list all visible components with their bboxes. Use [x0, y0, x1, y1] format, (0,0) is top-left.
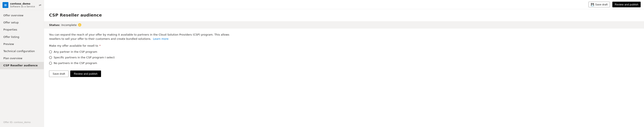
sidebar-item-properties[interactable]: Properties — [0, 26, 44, 33]
topbar-save-draft-button[interactable]: 💾 Save draft — [588, 2, 610, 7]
sidebar-item-preview[interactable]: Preview — [0, 41, 44, 48]
review-publish-button[interactable]: Review and publish — [70, 71, 101, 77]
save-draft-button[interactable]: Save draft — [49, 71, 68, 77]
topbar-review-publish-button[interactable]: Review and publish — [612, 2, 641, 7]
content-area: CSP Reseller audience Status: Incomplete… — [44, 9, 644, 127]
description-text: You can expand the reach of your offer b… — [49, 33, 238, 41]
field-label: Make my offer available for resell to * — [49, 44, 639, 47]
required-indicator: * — [98, 44, 100, 47]
topbar: 💾 Save draft Review and publish — [44, 0, 644, 9]
sidebar-item-plan-overview[interactable]: Plan overview — [0, 55, 44, 62]
sidebar: ⊞ contoso_demo Software as a Service ⇌ O… — [0, 0, 44, 127]
radio-label-any-partner: Any partner in the CSP program — [54, 50, 97, 53]
app-logo: ⊞ — [2, 2, 8, 8]
topbar-review-publish-label: Review and publish — [615, 3, 638, 6]
radio-option-no-partners[interactable]: No partners in the CSP program — [49, 62, 639, 65]
save-draft-icon: 💾 — [591, 3, 594, 6]
radio-option-any-partner[interactable]: Any partner in the CSP program — [49, 50, 639, 53]
sidebar-item-offer-setup[interactable]: Offer setup — [0, 19, 44, 26]
main-content: 💾 Save draft Review and publish CSP Rese… — [44, 0, 644, 127]
sidebar-company-info: contoso_demo Software as a Service — [10, 2, 37, 8]
page-title: CSP Reseller audience — [49, 12, 639, 17]
sidebar-expand-icon[interactable]: ⇌ — [39, 3, 41, 7]
action-buttons: Save draft Review and publish — [49, 71, 639, 77]
sidebar-header: ⊞ contoso_demo Software as a Service ⇌ — [0, 0, 44, 10]
radio-input-any-partner[interactable] — [49, 50, 52, 53]
topbar-save-draft-label: Save draft — [595, 3, 608, 6]
radio-group: Any partner in the CSP program Specific … — [49, 50, 639, 65]
sidebar-item-csp-reseller-audience[interactable]: CSP Reseller audience — [0, 62, 44, 69]
sidebar-nav: Offer overview Offer setup Properties Of… — [0, 10, 44, 119]
radio-input-specific-partners[interactable] — [49, 56, 52, 59]
status-icon: ⚠ — [78, 23, 81, 26]
sidebar-item-offer-listing[interactable]: Offer listing — [0, 33, 44, 41]
sidebar-item-offer-overview[interactable]: Offer overview — [0, 12, 44, 19]
radio-input-no-partners[interactable] — [49, 62, 52, 65]
status-label: Status: — [49, 23, 60, 26]
company-type: Software as a Service — [10, 5, 37, 8]
status-value: Incomplete — [62, 23, 77, 26]
learn-more-link[interactable]: Learn more — [153, 37, 168, 40]
radio-label-specific-partners: Specific partners in the CSP program I s… — [54, 56, 115, 59]
radio-label-no-partners: No partners in the CSP program — [54, 62, 97, 65]
sidebar-item-technical-configuration[interactable]: Technical configuration — [0, 48, 44, 55]
content-body: You can expand the reach of your offer b… — [44, 28, 644, 81]
status-bar: Status: Incomplete ⚠ — [44, 21, 644, 28]
page-header: CSP Reseller audience — [44, 9, 644, 21]
offer-id: Offer ID: contoso_demo — [0, 119, 44, 127]
radio-option-specific-partners[interactable]: Specific partners in the CSP program I s… — [49, 56, 639, 59]
company-name: contoso_demo — [10, 2, 37, 5]
